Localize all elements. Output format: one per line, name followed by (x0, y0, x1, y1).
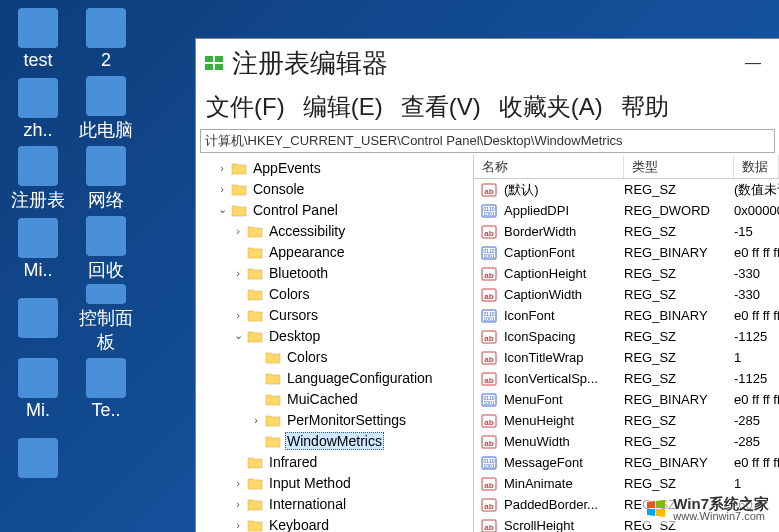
tree-item[interactable]: LanguageConfiguration (196, 367, 473, 388)
string-value-icon: ab (478, 329, 500, 345)
chevron-right-icon[interactable]: › (214, 162, 230, 174)
chevron-down-icon[interactable]: ⌄ (230, 329, 246, 342)
chevron-right-icon[interactable]: › (230, 309, 246, 321)
svg-text:ab: ab (484, 481, 493, 490)
value-row[interactable]: abMenuHeightREG_SZ-285 (474, 410, 779, 431)
tree-item[interactable]: ›Bluetooth (196, 262, 473, 283)
desktop-icon[interactable]: test (4, 4, 72, 74)
menu-file[interactable]: 文件(F) (200, 89, 291, 125)
header-name[interactable]: 名称 (474, 155, 624, 178)
value-row[interactable]: abCaptionHeightREG_SZ-330 (474, 263, 779, 284)
desktop-icon[interactable]: 控制面板 (72, 284, 140, 354)
value-row[interactable]: abCaptionWidthREG_SZ-330 (474, 284, 779, 305)
value-name: MessageFont (504, 455, 624, 470)
desktop-icon[interactable]: 网络 (72, 144, 140, 214)
tree-item[interactable]: Infrared (196, 451, 473, 472)
value-row[interactable]: abMinAnimateREG_SZ1 (474, 473, 779, 494)
tree-item-label: Cursors (267, 307, 320, 323)
desktop-icon-glyph (86, 76, 126, 116)
chevron-right-icon[interactable]: › (248, 414, 264, 426)
list-pane: 名称 类型 数据 ab(默认)REG_SZ(数值未设01101001Applie… (474, 155, 779, 532)
desktop-icon[interactable]: Te.. (72, 354, 140, 424)
desktop-icon[interactable]: zh.. (4, 74, 72, 144)
desktop-icon-glyph (86, 284, 126, 304)
svg-text:ab: ab (484, 292, 493, 301)
tree-item-label: Accessibility (267, 223, 347, 239)
tree-item[interactable]: Colors (196, 346, 473, 367)
value-row[interactable]: abMenuWidthREG_SZ-285 (474, 431, 779, 452)
value-type: REG_SZ (624, 413, 734, 428)
tree-item[interactable]: Colors (196, 283, 473, 304)
value-row[interactable]: 01101001IconFontREG_BINARYe0 ff ff ff (474, 305, 779, 326)
folder-icon (246, 475, 264, 491)
desktop-icon[interactable]: Mi. (4, 354, 72, 424)
value-data: -285 (734, 434, 779, 449)
list-header: 名称 类型 数据 (474, 155, 779, 179)
value-row[interactable]: ab(默认)REG_SZ(数值未设 (474, 179, 779, 200)
desktop-icon[interactable]: 注册表 (4, 144, 72, 214)
desktop-icon[interactable]: 此电脑 (72, 74, 140, 144)
chevron-right-icon[interactable]: › (230, 225, 246, 237)
tree-item[interactable]: ›Input Method (196, 472, 473, 493)
header-type[interactable]: 类型 (624, 155, 734, 178)
value-name: IconSpacing (504, 329, 624, 344)
tree-item[interactable]: ›Accessibility (196, 220, 473, 241)
tree-item-label: PerMonitorSettings (285, 412, 408, 428)
tree-pane[interactable]: ›AppEvents›Console⌄Control Panel›Accessi… (196, 155, 474, 532)
desktop-icon[interactable]: Mi.. (4, 214, 72, 284)
desktop-icon[interactable]: 2 (72, 4, 140, 74)
tree-item[interactable]: MuiCached (196, 388, 473, 409)
watermark-text-2: www.Winwin7.com (673, 511, 769, 522)
titlebar[interactable]: 注册表编辑器 — (196, 39, 779, 87)
value-row[interactable]: 01101001CaptionFontREG_BINARYe0 ff ff ff (474, 242, 779, 263)
value-row[interactable]: 01101001MessageFontREG_BINARYe0 ff ff ff (474, 452, 779, 473)
value-row[interactable]: abBorderWidthREG_SZ-15 (474, 221, 779, 242)
menu-help[interactable]: 帮助 (615, 89, 675, 125)
tree-item[interactable]: WindowMetrics (196, 430, 473, 451)
tree-item-label: LanguageConfiguration (285, 370, 435, 386)
tree-item[interactable]: ⌄Control Panel (196, 199, 473, 220)
desktop-icon[interactable] (4, 284, 72, 354)
value-data: e0 ff ff ff (734, 245, 779, 260)
chevron-right-icon[interactable]: › (214, 183, 230, 195)
desktop-icon-label: Mi. (26, 400, 50, 421)
desktop-icon[interactable]: 回收 (72, 214, 140, 284)
value-data: -1125 (734, 329, 779, 344)
menu-edit[interactable]: 编辑(E) (297, 89, 389, 125)
minimize-button[interactable]: — (733, 54, 773, 72)
desktop-icon[interactable] (4, 424, 72, 494)
value-type: REG_SZ (624, 476, 734, 491)
tree-item[interactable]: ›Cursors (196, 304, 473, 325)
address-bar[interactable]: 计算机\HKEY_CURRENT_USER\Control Panel\Desk… (200, 129, 775, 153)
tree-item[interactable]: Appearance (196, 241, 473, 262)
tree-item[interactable]: ›International (196, 493, 473, 514)
menu-view[interactable]: 查看(V) (395, 89, 487, 125)
header-data[interactable]: 数据 (734, 155, 779, 178)
value-type: REG_BINARY (624, 455, 734, 470)
tree-item[interactable]: ›Keyboard (196, 514, 473, 532)
chevron-right-icon[interactable]: › (230, 477, 246, 489)
tree-item[interactable]: ›Console (196, 178, 473, 199)
desktop-icon-glyph (86, 216, 126, 256)
value-row[interactable]: 01101001MenuFontREG_BINARYe0 ff ff ff (474, 389, 779, 410)
value-row[interactable]: 01101001AppliedDPIREG_DWORD0x00000 (474, 200, 779, 221)
chevron-right-icon[interactable]: › (230, 498, 246, 510)
chevron-right-icon[interactable]: › (230, 267, 246, 279)
value-type: REG_BINARY (624, 392, 734, 407)
value-name: MenuWidth (504, 434, 624, 449)
desktop-icon-glyph (86, 146, 126, 186)
value-row[interactable]: abIconTitleWrapREG_SZ1 (474, 347, 779, 368)
value-type: REG_SZ (624, 434, 734, 449)
value-row[interactable]: abIconVerticalSp...REG_SZ-1125 (474, 368, 779, 389)
value-row[interactable]: abIconSpacingREG_SZ-1125 (474, 326, 779, 347)
menu-favorites[interactable]: 收藏夹(A) (493, 89, 609, 125)
svg-text:ab: ab (484, 334, 493, 343)
string-value-icon: ab (478, 350, 500, 366)
list-body[interactable]: ab(默认)REG_SZ(数值未设01101001AppliedDPIREG_D… (474, 179, 779, 532)
chevron-down-icon[interactable]: ⌄ (214, 203, 230, 216)
chevron-right-icon[interactable]: › (230, 519, 246, 531)
tree-item[interactable]: ⌄Desktop (196, 325, 473, 346)
tree-item[interactable]: ›PerMonitorSettings (196, 409, 473, 430)
tree-item[interactable]: ›AppEvents (196, 157, 473, 178)
desktop-icon-glyph (18, 146, 58, 186)
